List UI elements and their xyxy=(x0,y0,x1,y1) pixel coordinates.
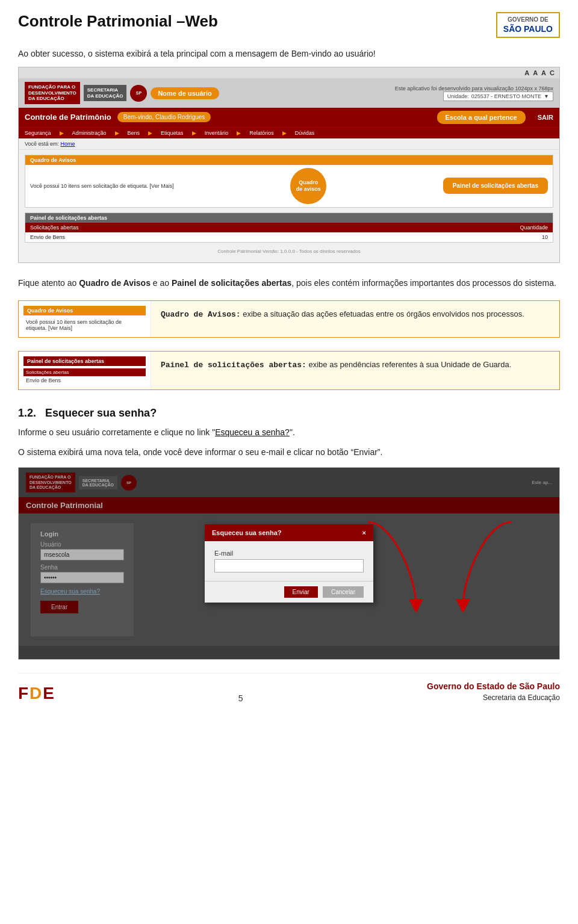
quadro-mini-text: Você possui 10 itens sem solicitação de … xyxy=(23,318,146,332)
section-text1: Informe o seu usuário corretamente e cli… xyxy=(18,426,560,439)
footer-gov: Governo do Estado de São Paulo Secretari… xyxy=(427,681,560,702)
email-label: E-mail xyxy=(214,550,364,557)
contrast-c[interactable]: C xyxy=(550,69,555,76)
screen-body: Quadro de Avisos Você possui 10 itens se… xyxy=(19,150,559,262)
esqueceu-link[interactable]: Esqueceu a senha? xyxy=(215,427,290,437)
page-footer: F D E 5 Governo do Estado de São Paulo S… xyxy=(18,673,560,702)
painel-mini-header: Painel de solicitações abertas xyxy=(23,356,146,366)
forgot-password-modal: Esqueceu sua senha? × E-mail Enviar Canc… xyxy=(205,524,373,603)
email-input[interactable] xyxy=(214,559,364,572)
quadro-avisos-text: Você possui 10 itens sem solicitação de … xyxy=(30,183,174,189)
fde-logo: FUNDAÇÃO PARA O DESENVOLVIMENTO DA EDUCA… xyxy=(25,82,80,104)
screen-title-bar: Controle de Patrimônio Bem-vindo, Claudi… xyxy=(19,108,559,127)
painel-panel-header: Painel de solicitações abertas xyxy=(25,213,553,223)
table-row: Envio de Bens 10 xyxy=(25,232,553,242)
painel-mini-row: Envio de Bens xyxy=(23,376,146,385)
quadro-bubble: Quadrode avisos xyxy=(290,168,326,204)
modal-overlay: Esqueceu sua senha? × E-mail Enviar Canc… xyxy=(19,468,559,659)
section-12-header: 1.2. Esquecer sua senha? xyxy=(18,407,560,420)
explain-text: Fique atento ao Quadro de Avisos e ao Pa… xyxy=(18,276,560,290)
secretaria-logo: SECRETARIA DA EDUCAÇÃO xyxy=(84,85,127,101)
nav-administracao[interactable]: Administração xyxy=(72,130,107,136)
font-size-a-large[interactable]: A xyxy=(541,69,546,76)
painel-mini-table-head: Solicitações abertas xyxy=(23,368,146,376)
painel-table-header: Solicitações abertas Quantidade xyxy=(25,223,553,232)
nav-duvidas[interactable]: Dúvidas xyxy=(295,130,315,136)
section-text2: O sistema exibirá uma nova tela, onde vo… xyxy=(18,445,560,459)
nav-inventario[interactable]: Inventário xyxy=(205,130,229,136)
painel-info-left: Painel de solicitações abertas Solicitaç… xyxy=(19,352,151,389)
unidade-box: Unidade: 025537 - ERNESTO MONTE ▼ xyxy=(443,91,553,101)
breadcrumb-home-link[interactable]: Home xyxy=(61,141,75,147)
table-cell-envio: Envio de Bens xyxy=(30,234,289,240)
intro-text: Ao obter sucesso, o sistema exibirá a te… xyxy=(18,49,560,58)
gov-logo-line1: GOVERNO DE xyxy=(508,16,548,23)
main-screenshot: A A A C FUNDAÇÃO PARA O DESENVOLVIMENTO … xyxy=(18,67,560,263)
bemvindo-bubble: Bem-vindo, Claudio Rodrigues xyxy=(117,112,211,122)
nav-etiquetas[interactable]: Etiquetas xyxy=(161,130,184,136)
section-number: 1.2. xyxy=(18,407,36,419)
font-size-a-medium[interactable]: A xyxy=(533,69,538,76)
painel-info-right: Painel de solicitações abertas: exibe as… xyxy=(151,352,559,389)
nav-bens[interactable]: Bens xyxy=(128,130,140,136)
quadro-desc-bold: Quadro de Avisos: xyxy=(161,310,241,319)
painel-info-box: Painel de solicitações abertas Solicitaç… xyxy=(18,351,560,390)
quadro-info-box: Quadro de Avisos Você possui 10 itens se… xyxy=(18,300,560,338)
modal-header: Esqueceu sua senha? × xyxy=(205,524,373,541)
page-title: Controle Patrimonial –Web xyxy=(18,12,218,31)
nav-relatorios[interactable]: Relatórios xyxy=(249,130,274,136)
gov-logo: GOVERNO DE SÃO PAULO xyxy=(496,12,560,38)
quadro-avisos-header: Quadro de Avisos xyxy=(25,155,553,165)
quadro-avisos-panel: Quadro de Avisos Você possui 10 itens se… xyxy=(25,155,553,208)
fde-f: F xyxy=(18,684,28,703)
fde-e: E xyxy=(43,684,54,703)
sair-button[interactable]: SAIR xyxy=(538,114,553,121)
escola-bubble: Escola a qual pertence xyxy=(437,111,526,124)
screen-header: FUNDAÇÃO PARA O DESENVOLVIMENTO DA EDUCA… xyxy=(19,78,559,108)
quadro-avisos-body: Você possui 10 itens sem solicitação de … xyxy=(25,165,553,207)
footer-gov-line1: Governo do Estado de São Paulo xyxy=(427,681,560,693)
modal-send-button[interactable]: Enviar xyxy=(284,586,318,598)
fde-d: D xyxy=(30,684,42,703)
quadro-info-right: Quadro de Avisos: exibe a situação das a… xyxy=(151,301,559,337)
table-col-solicitacoes: Solicitações abertas xyxy=(30,225,289,231)
section-title: Esquecer sua senha? xyxy=(45,407,157,419)
screen-top-bar: A A A C xyxy=(19,67,559,78)
painel-bubble-top: Painel de solicitações abertas xyxy=(443,178,548,194)
modal-cancel-button[interactable]: Cancelar xyxy=(323,586,364,598)
login-screenshot: FUNDAÇÃO PARA O DESENVOLVIMENTO DA EDUCA… xyxy=(18,467,560,660)
screen-footer: Controle Patrimonial Versão: 1.0.0.0 - T… xyxy=(25,245,553,258)
quadro-desc-text: exibe a situação das ações efetuadas ent… xyxy=(241,309,524,318)
footer-gov-line2: Secretaria da Educação xyxy=(427,693,560,703)
screen-title-text: Controle de Patrimônio xyxy=(25,113,111,122)
modal-close-button[interactable]: × xyxy=(362,529,366,536)
table-cell-qty: 10 xyxy=(289,234,548,240)
gov-circle-logo: SP xyxy=(130,85,147,102)
username-bubble: Nome de usuário xyxy=(151,87,219,99)
modal-title: Esqueceu sua senha? xyxy=(212,529,282,536)
quadro-mini-header: Quadro de Avisos xyxy=(23,306,146,315)
screen-logos: FUNDAÇÃO PARA O DESENVOLVIMENTO DA EDUCA… xyxy=(25,82,219,104)
screen-breadcrumb: Você está em: Home xyxy=(19,138,559,150)
footer-fde-logo: F D E xyxy=(18,684,54,703)
screen-nav: Segurança ▶ Administração ▶ Bens ▶ Etiqu… xyxy=(19,127,559,138)
gov-logo-line2: SÃO PAULO xyxy=(503,23,553,34)
painel-desc-text: exibe as pendências referentes à sua Uni… xyxy=(306,360,511,369)
modal-body: E-mail xyxy=(205,541,373,581)
painel-desc-bold: Painel de solicitações abertas: xyxy=(161,361,306,370)
nav-seguranca[interactable]: Segurança xyxy=(25,130,51,136)
screen-header-right: Este aplicativo foi desenvolvido para vi… xyxy=(395,85,553,101)
bold-painel: Painel de solicitações abertas xyxy=(172,278,291,288)
table-col-quantidade: Quantidade xyxy=(289,225,548,231)
modal-footer: Enviar Cancelar xyxy=(205,581,373,603)
page-header: Controle Patrimonial –Web GOVERNO DE SÃO… xyxy=(18,12,560,38)
quadro-info-left: Quadro de Avisos Você possui 10 itens se… xyxy=(19,301,151,337)
painel-panel: Painel de solicitações abertas Solicitaç… xyxy=(25,212,553,243)
bold-quadro: Quadro de Avisos xyxy=(79,278,151,288)
font-size-a-small[interactable]: A xyxy=(524,69,529,76)
page-number: 5 xyxy=(238,693,243,703)
